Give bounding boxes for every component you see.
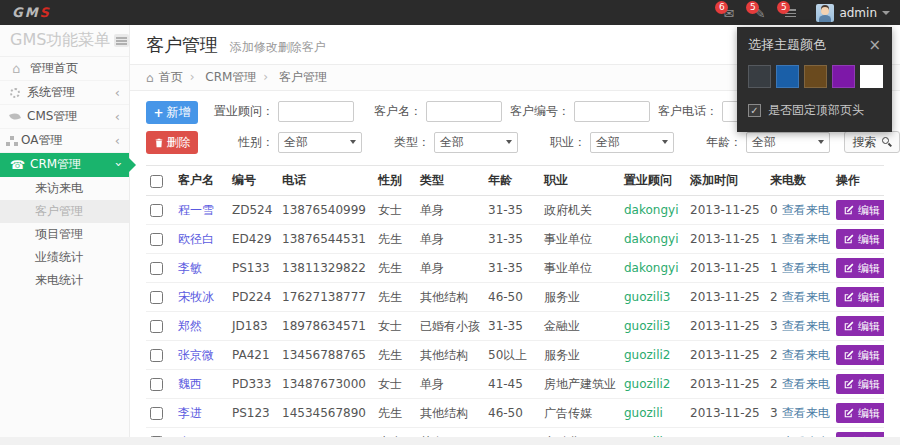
avatar: [816, 4, 834, 22]
sidebar-item[interactable]: 系统管理 ‹: [0, 81, 129, 105]
view-calls-link[interactable]: 查看来电: [782, 290, 830, 304]
filter-select[interactable]: 全部: [434, 132, 518, 153]
row-checkbox[interactable]: [150, 349, 163, 362]
theme-color-swatch[interactable]: [748, 65, 771, 88]
row-checkbox[interactable]: [150, 262, 163, 275]
sidebar-subitem[interactable]: 项目管理: [0, 223, 129, 246]
row-checkbox[interactable]: [150, 233, 163, 246]
edit-button[interactable]: 编辑: [836, 287, 884, 307]
customer-phone: 13876544531: [278, 225, 374, 254]
fix-header-option[interactable]: 是否固定顶部页头: [748, 102, 881, 119]
user-menu[interactable]: admin: [816, 4, 890, 22]
agent-link[interactable]: guozili3: [624, 290, 671, 304]
row-checkbox[interactable]: [150, 291, 163, 304]
view-calls-link[interactable]: 查看来电: [782, 406, 830, 420]
sidebar-title: GMS功能菜单: [0, 25, 129, 57]
customer-name-link[interactable]: 程一雪: [178, 203, 214, 217]
agent-link[interactable]: guozili3: [624, 319, 671, 333]
customer-code: JD183: [228, 312, 278, 341]
phone-icon: [10, 158, 23, 172]
customer-gender: 先生: [374, 399, 416, 428]
view-calls-link[interactable]: 查看来电: [782, 319, 830, 333]
customer-name-link[interactable]: 李敏: [178, 261, 202, 275]
select-all-checkbox[interactable]: [150, 175, 163, 188]
edit-button[interactable]: 编辑: [836, 258, 884, 278]
sidebar-item[interactable]: OA管理 ‹: [0, 129, 129, 153]
table-row: 郑然 JD183 18978634571 女士 已婚有小孩 31-35 金融业 …: [146, 312, 884, 341]
agent-link[interactable]: dakongyi: [624, 261, 679, 275]
row-checkbox[interactable]: [150, 204, 163, 217]
filter-input[interactable]: [278, 101, 354, 122]
close-icon[interactable]: [868, 38, 881, 53]
notification-button[interactable]: 5: [785, 6, 800, 20]
row-checkbox[interactable]: [150, 378, 163, 391]
delete-button[interactable]: 删除: [146, 131, 198, 154]
customer-code: PD333: [228, 370, 278, 399]
theme-color-swatch[interactable]: [832, 65, 855, 88]
filter-input[interactable]: [574, 101, 650, 122]
agent-link[interactable]: guozili2: [624, 377, 671, 391]
add-button[interactable]: + 新增: [146, 101, 198, 124]
row-checkbox[interactable]: [150, 320, 163, 333]
filter-input[interactable]: [426, 101, 502, 122]
edit-button[interactable]: 编辑: [836, 316, 884, 336]
customer-name-link[interactable]: 宋牧冰: [178, 290, 214, 304]
customer-type: 已婚有小孩: [416, 312, 484, 341]
customer-type: 其他结构: [416, 283, 484, 312]
agent-link[interactable]: guozili: [624, 406, 663, 420]
filter-select[interactable]: 全部: [590, 132, 674, 153]
filter-select[interactable]: 全部: [746, 132, 830, 153]
edit-button[interactable]: 编辑: [836, 200, 884, 220]
customer-name-link[interactable]: 魏西: [178, 377, 202, 391]
sidebar-subitem[interactable]: 来电统计: [0, 269, 129, 292]
sidebar-subitem[interactable]: 业绩统计: [0, 246, 129, 269]
topbar-right: 6 5 5 admin: [723, 4, 890, 22]
notification-badge: 5: [746, 1, 759, 14]
sidebar-item[interactable]: CMS管理 ‹: [0, 105, 129, 129]
customer-name-link[interactable]: 欧径白: [178, 232, 214, 246]
customer-name-link[interactable]: 郑然: [178, 319, 202, 333]
theme-color-swatch[interactable]: [860, 65, 883, 88]
calls-count: 3: [770, 406, 778, 420]
notification-button[interactable]: 6: [723, 6, 738, 20]
table-row: 魏西 PD333 13487673000 女士 单身 41-45 房地产建筑业 …: [146, 370, 884, 399]
filter-select[interactable]: 全部: [278, 132, 362, 153]
customer-code: PA421: [228, 341, 278, 370]
edit-button[interactable]: 编辑: [836, 229, 884, 249]
customer-phone: 13811329822: [278, 254, 374, 283]
customer-name-link[interactable]: 李进: [178, 406, 202, 420]
edit-icon: [844, 379, 854, 389]
checkbox-checked-icon[interactable]: [748, 104, 761, 117]
hamburger-icon[interactable]: [114, 34, 129, 47]
edit-icon: [844, 408, 854, 418]
sidebar-subitem[interactable]: 客户管理: [0, 200, 129, 223]
customer-name-link[interactable]: 张京微: [178, 348, 214, 362]
row-checkbox[interactable]: [150, 407, 163, 420]
customer-type: 其他结构: [416, 341, 484, 370]
table-row: 李敏 PS133 13811329822 先生 单身 31-35 事业单位 da…: [146, 254, 884, 283]
view-calls-link[interactable]: 查看来电: [782, 232, 830, 246]
sidebar-subitem[interactable]: 来访来电: [0, 177, 129, 200]
edit-button[interactable]: 编辑: [836, 374, 884, 394]
added-date: 2013-11-25: [686, 341, 766, 370]
agent-link[interactable]: guozili2: [624, 348, 671, 362]
edit-button[interactable]: 编辑: [836, 403, 884, 423]
view-calls-link[interactable]: 查看来电: [782, 261, 830, 275]
search-button[interactable]: 搜索: [844, 131, 900, 153]
customer-job: 服务业: [540, 283, 620, 312]
view-calls-link[interactable]: 查看来电: [782, 203, 830, 217]
agent-link[interactable]: dakongyi: [624, 203, 679, 217]
notification-button[interactable]: 5: [754, 6, 769, 20]
theme-color-swatch[interactable]: [776, 65, 799, 88]
view-calls-link[interactable]: 查看来电: [782, 348, 830, 362]
sidebar-item[interactable]: 管理首页: [0, 57, 129, 81]
agent-link[interactable]: dakongyi: [624, 232, 679, 246]
theme-color-swatch[interactable]: [804, 65, 827, 88]
view-calls-link[interactable]: 查看来电: [782, 377, 830, 391]
edit-button[interactable]: 编辑: [836, 345, 884, 365]
calls-count: 1: [770, 232, 778, 246]
customer-job: 政府机关: [540, 196, 620, 225]
added-date: 2013-11-25: [686, 196, 766, 225]
sidebar-item[interactable]: CRM管理 ‹: [0, 153, 129, 177]
chevron-icon: ‹: [115, 85, 120, 100]
